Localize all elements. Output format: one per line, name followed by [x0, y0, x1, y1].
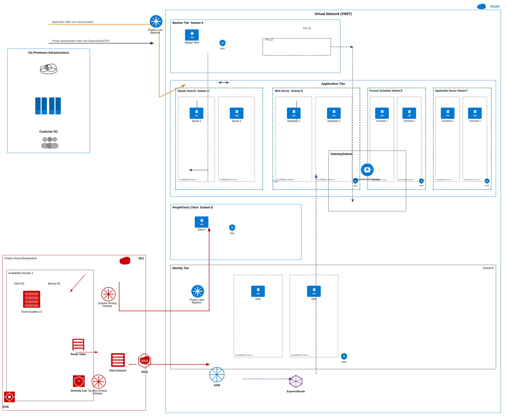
availability-domain-label: Availability Domain 1: [9, 272, 33, 274]
vnet-label: Virtual Network (VNET): [315, 12, 352, 16]
svg-rect-50: [50, 105, 54, 107]
nsg-app-tier-label: NSG: [273, 180, 278, 183]
svg-text:N: N: [231, 226, 233, 229]
svg-rect-49: [50, 103, 54, 105]
identity-tier-box: Identity Tier Subnet E (Public) Load Bal…: [170, 265, 496, 369]
aad-container: AAD: [209, 367, 225, 387]
app-server-box: Application Server Subnet F 🖥 VM Schedul…: [433, 88, 491, 190]
svg-point-31: [45, 65, 48, 67]
svg-rect-54: [56, 101, 60, 103]
oracle-cloud-label: Oracle Cloud Infrastructure: [5, 257, 37, 260]
oracle-exadata-container: Oracle Exadata CS: [21, 290, 42, 313]
port22-dashed-label: Port 22: [265, 38, 273, 41]
vcn-label: VCN: [2, 405, 9, 409]
svg-point-59: [47, 137, 52, 142]
ohs-az2: 🖥 VM OHS Availability Zone 2: [290, 275, 338, 357]
svg-rect-55: [56, 103, 60, 105]
svg-rect-95: [25, 300, 38, 303]
svg-rect-35: [36, 98, 40, 100]
svg-rect-38: [36, 105, 40, 107]
ps-scheduler1-vm: 🖥 VM: [375, 108, 389, 119]
ohs1-vm: 🖥 VM: [251, 286, 265, 297]
application-tier-label: Application Tier: [321, 82, 345, 86]
app-server-label: Application Server Subnet F: [435, 89, 468, 92]
es-az2: 🖥 VM Server 2 Availability Zone 2: [218, 97, 255, 182]
svg-rect-44: [42, 105, 46, 107]
public-lb-label: (Public) Load Balancer: [147, 29, 164, 34]
private-admin-label: Private administration traffic over Expr…: [52, 40, 109, 42]
nsg-as: N NSG: [484, 178, 490, 187]
svg-text:N: N: [421, 180, 422, 182]
customer-dc-label: Customer DC: [39, 130, 58, 133]
identity-tier-label: Identity Tier: [172, 266, 189, 270]
idcs-container: IDCS IDCS: [136, 352, 153, 373]
svg-point-80: [366, 170, 368, 171]
identity-subnet-e-label: Subnet E: [483, 266, 494, 269]
svg-rect-37: [36, 103, 40, 105]
expressroute-container: ExpressRoute: [287, 374, 305, 393]
bastion-host-container: 🖥 VM Bastion Host: [185, 29, 199, 44]
public-lb-top: (Public) Load Balancer: [148, 15, 164, 34]
svg-rect-96: [25, 304, 38, 307]
oci-label: OCI: [139, 257, 144, 260]
ws-scheduler2-vm: 🖥 VM: [327, 108, 341, 119]
elastic-search-label: Elastic Search Subnet C: [178, 89, 209, 92]
fast-connect-container: Fast Connect: [109, 352, 126, 372]
svg-rect-47: [50, 98, 54, 100]
security-list-container: ≡ Security List: [71, 374, 87, 392]
svg-rect-48: [50, 101, 54, 103]
svg-point-58: [43, 137, 47, 142]
svg-rect-45: [42, 108, 46, 110]
svg-text:N: N: [343, 355, 345, 358]
nsg-identity: N NSG: [341, 352, 347, 363]
svg-rect-57: [56, 108, 60, 110]
server-icons: [35, 97, 62, 117]
as-scheduler2-vm: 🖥 VM: [468, 108, 482, 119]
server2-vm: 🖥 VM: [230, 108, 243, 119]
on-premises-label: On Premises Infrastructure: [28, 51, 69, 54]
svg-point-119: [8, 395, 11, 398]
as-scheduler1-vm: 🖥 VM: [441, 108, 454, 119]
nsg-bastion: N NSG: [219, 39, 226, 50]
svg-text:N: N: [222, 42, 223, 44]
svg-rect-56: [56, 105, 60, 107]
identity-lb-container: (Public) Load Balancer: [190, 284, 205, 304]
es-az1: 🖥 VM Server 1 Availability Zone 1: [178, 97, 215, 182]
process-scheduler-label: Process Scheduler Subnet E: [369, 89, 402, 92]
oci-box: OCI Oracle Cloud Infrastructure Availabi…: [2, 255, 146, 411]
nsg-peopletools: N NSG: [229, 224, 236, 234]
bastion-host-vm: 🖥 VM: [185, 29, 199, 41]
bastion-tier-label: Bastion Tier Subnet A: [172, 21, 204, 25]
ohs-az1: 🖥 VM OHS Availability Zone 1: [234, 275, 282, 357]
expressroute-gateway-container: ExpressRoute Gateway: [354, 163, 380, 181]
elastic-search-box: Elastic Search Subnet C 🖥 VM Server 1 Av…: [175, 88, 263, 190]
as-az1: 🖥 VM Scheduler 1 Availability Zone 1: [436, 97, 460, 182]
svg-point-63: [51, 143, 58, 149]
svg-text:N: N: [486, 180, 488, 182]
server1-vm: 🖥 VM: [190, 108, 203, 119]
drg-top-container: Dynamic Routing Gateway: [100, 287, 117, 307]
route-table-container: Route Table: [71, 338, 86, 356]
svg-rect-41: [42, 98, 46, 100]
svg-rect-36: [36, 101, 40, 103]
svg-rect-39: [36, 108, 40, 110]
cloud-icon: [39, 61, 58, 75]
svg-point-26: [480, 4, 483, 7]
svg-point-91: [122, 257, 127, 261]
bastion-tier-box: Bastion Tier Subnet A 🖥 VM Bastion Host …: [170, 19, 340, 73]
vcn-icon: [4, 391, 15, 403]
on-premises-box: On Premises Infrastructure: [7, 49, 90, 153]
oci-cloud-icon: [119, 255, 131, 266]
ps-scheduler2-vm: 🖥 VM: [402, 108, 416, 119]
gateway-subnet-label: GatewaySubnet: [330, 152, 352, 156]
people-icon: [39, 137, 58, 150]
azure-cloud-icon: [477, 2, 486, 10]
peopletools-box: PeopleTools Client Subnet G 🖥 VM Client …: [170, 204, 302, 260]
ws-az1: 🖥 VM Scheduler 1 Availability Zone 1: [276, 97, 312, 182]
ohs2-vm: 🖥 VM: [307, 286, 321, 297]
app-traffic-label: Application traffic over internet (publi…: [52, 21, 94, 23]
gateway-subnet-box: GatewaySubnet ExpressRoute Gateway: [328, 151, 406, 211]
client1-vm: 🖥 VM: [195, 216, 208, 228]
azure-label: Azure: [490, 4, 500, 8]
svg-rect-43: [42, 103, 46, 105]
